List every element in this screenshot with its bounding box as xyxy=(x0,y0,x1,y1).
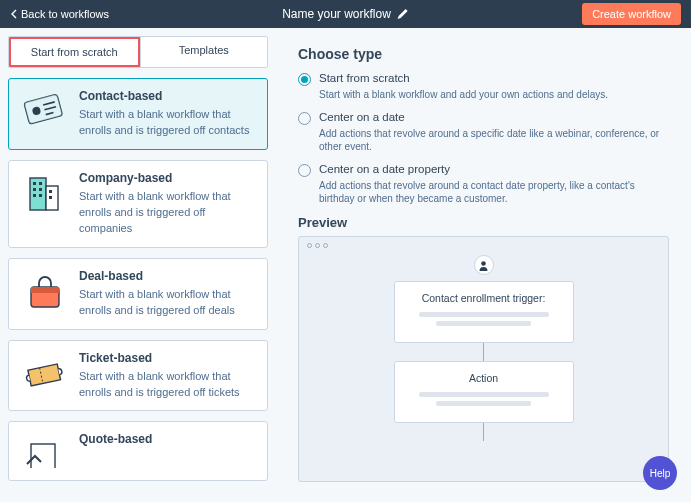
radio-input[interactable] xyxy=(298,112,311,125)
radio-label: Center on a date property xyxy=(319,163,450,175)
action-title: Action xyxy=(409,372,559,384)
tabs: Start from scratch Templates xyxy=(8,36,268,68)
back-label: Back to workflows xyxy=(21,8,109,20)
choose-type-heading: Choose type xyxy=(298,46,669,62)
avatar-icon xyxy=(474,255,494,275)
radio-label: Center on a date xyxy=(319,111,405,123)
card-desc: Start with a blank workflow that enrolls… xyxy=(79,189,255,237)
card-deal-based[interactable]: Deal-based Start with a blank workflow t… xyxy=(8,258,268,330)
card-desc: Start with a blank workflow that enrolls… xyxy=(79,287,255,319)
card-quote-based[interactable]: Quote-based xyxy=(8,421,268,481)
svg-rect-10 xyxy=(33,188,36,191)
card-ticket-based[interactable]: Ticket-based Start with a blank workflow… xyxy=(8,340,268,412)
svg-rect-6 xyxy=(30,178,46,210)
radio-center-on-date-property[interactable]: Center on a date property xyxy=(298,163,669,177)
svg-point-20 xyxy=(481,261,486,266)
back-link[interactable]: Back to workflows xyxy=(10,8,109,20)
tab-templates[interactable]: Templates xyxy=(140,37,268,67)
svg-rect-15 xyxy=(49,196,52,199)
app-header: Back to workflows Name your workflow Cre… xyxy=(0,0,691,28)
card-company-based[interactable]: Company-based Start with a blank workflo… xyxy=(8,160,268,248)
card-desc: Start with a blank workflow that enrolls… xyxy=(79,107,255,139)
connector xyxy=(483,423,484,441)
svg-rect-11 xyxy=(39,188,42,191)
help-button[interactable]: Help xyxy=(643,456,677,490)
radio-input[interactable] xyxy=(298,73,311,86)
card-title: Company-based xyxy=(79,171,255,185)
radio-desc: Add actions that revolve around a contac… xyxy=(319,179,669,205)
chevron-left-icon xyxy=(10,9,17,19)
card-title: Quote-based xyxy=(79,432,152,446)
preview-heading: Preview xyxy=(298,215,669,230)
preview-frame: Contact enrollment trigger: Action xyxy=(298,236,669,482)
card-title: Deal-based xyxy=(79,269,255,283)
tab-start-from-scratch[interactable]: Start from scratch xyxy=(9,37,140,67)
left-panel: Start from scratch Templates Contact-bas… xyxy=(0,28,276,502)
right-panel: Choose type Start from scratch Start wit… xyxy=(276,28,691,502)
workflow-title[interactable]: Name your workflow xyxy=(282,7,391,21)
company-icon xyxy=(21,171,67,217)
body: Start from scratch Templates Contact-bas… xyxy=(0,28,691,502)
svg-rect-13 xyxy=(39,194,42,197)
create-workflow-button[interactable]: Create workflow xyxy=(582,3,681,25)
svg-rect-1 xyxy=(24,94,63,124)
trigger-title: Contact enrollment trigger: xyxy=(409,292,559,304)
ticket-icon xyxy=(21,351,67,397)
trigger-node: Contact enrollment trigger: xyxy=(394,281,574,343)
svg-rect-17 xyxy=(31,287,59,293)
deal-icon xyxy=(21,269,67,315)
radio-label: Start from scratch xyxy=(319,72,410,84)
card-title: Contact-based xyxy=(79,89,255,103)
radio-desc: Start with a blank workflow and add your… xyxy=(319,88,669,101)
action-node: Action xyxy=(394,361,574,423)
title-area: Name your workflow xyxy=(282,7,409,21)
radio-input[interactable] xyxy=(298,164,311,177)
card-contact-based[interactable]: Contact-based Start with a blank workflo… xyxy=(8,78,268,150)
card-desc: Start with a blank workflow that enrolls… xyxy=(79,369,255,401)
window-dots xyxy=(307,243,328,248)
radio-desc: Add actions that revolve around a specif… xyxy=(319,127,669,153)
radio-center-on-date[interactable]: Center on a date xyxy=(298,111,669,125)
contact-icon xyxy=(21,89,67,135)
card-title: Ticket-based xyxy=(79,351,255,365)
radio-start-from-scratch[interactable]: Start from scratch xyxy=(298,72,669,86)
svg-rect-12 xyxy=(33,194,36,197)
svg-rect-8 xyxy=(33,182,36,185)
preview-canvas: Contact enrollment trigger: Action xyxy=(311,255,656,469)
connector xyxy=(483,343,484,361)
svg-rect-14 xyxy=(49,190,52,193)
svg-rect-9 xyxy=(39,182,42,185)
quote-icon xyxy=(21,432,67,478)
pencil-icon[interactable] xyxy=(397,8,409,20)
